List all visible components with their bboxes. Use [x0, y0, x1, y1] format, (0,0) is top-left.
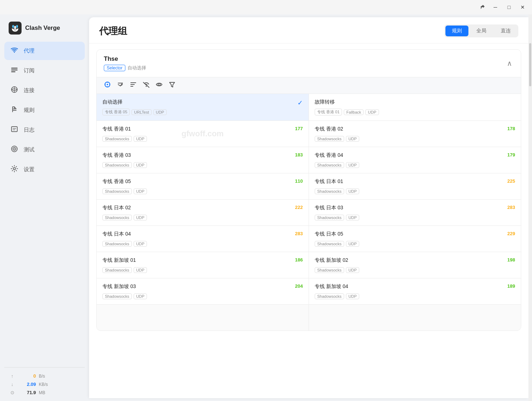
- proxy-item-top-jp02: 专线 日本 02 222: [102, 205, 303, 211]
- proxy-item-tags-auto: 专线 香港 05 URLTest UDP: [102, 109, 303, 115]
- sidebar-item-test[interactable]: 测试: [4, 141, 85, 159]
- close-button[interactable]: ✕: [516, 1, 529, 13]
- scrollbar-thumb[interactable]: [529, 43, 531, 86]
- proxy-tag-ss-jp01: Shadowsocks: [315, 188, 344, 194]
- proxy-latency-hk03: 183: [295, 152, 303, 158]
- proxy-item-auto-select[interactable]: 自动选择 ✓ 专线 香港 05 URLTest UDP: [97, 94, 309, 120]
- proxy-item-placeholder-right: [309, 305, 521, 331]
- group-collapse-button[interactable]: ∧: [505, 58, 514, 69]
- proxy-item-sg02[interactable]: 专线 新加坡 02 198 Shadowsocks UDP: [309, 252, 521, 278]
- proxy-latency-jp05: 229: [507, 231, 515, 236]
- proxy-name-jp01: 专线 日本 01: [315, 178, 343, 185]
- proxy-item-sg04[interactable]: 专线 新加坡 04 189 Shadowsocks UDP: [309, 278, 521, 304]
- proxy-tag-udp-hk01: UDP: [134, 136, 147, 142]
- maximize-button[interactable]: □: [503, 1, 515, 13]
- proxy-item-hk03[interactable]: 专线 香港 03 183 Shadowsocks UDP: [97, 147, 309, 173]
- proxy-subtitle-auto: 专线 香港 05: [102, 109, 130, 115]
- proxy-item-top-sg03: 专线 新加坡 03 204: [102, 283, 303, 290]
- settings-icon: [10, 165, 19, 174]
- proxy-tag-udp-hk05: UDP: [134, 188, 147, 194]
- tab-direct[interactable]: 直连: [494, 26, 517, 36]
- svg-point-8: [14, 52, 15, 53]
- subscriptions-icon: [10, 66, 19, 76]
- proxy-grid: 自动选择 ✓ 专线 香港 05 URLTest UDP 故障转移: [97, 94, 521, 304]
- proxy-latency-jp04: 283: [295, 231, 303, 236]
- group-header[interactable]: Thse Selector 自动选择 ∧: [97, 50, 521, 77]
- svg-point-6: [14, 28, 15, 29]
- page-title: 代理组: [99, 25, 127, 37]
- proxy-latency-jp01: 225: [507, 178, 515, 184]
- proxy-name-hk02: 专线 香港 02: [315, 126, 343, 132]
- proxy-item-top-failover: 故障转移: [315, 99, 515, 105]
- proxy-name-jp03: 专线 日本 03: [315, 205, 343, 211]
- proxy-item-jp01[interactable]: 专线 日本 01 225 Shadowsocks UDP: [309, 173, 521, 199]
- sidebar-item-proxy[interactable]: 代理: [4, 42, 85, 60]
- proxy-item-hk02[interactable]: 专线 香港 02 178 Shadowsocks UDP: [309, 121, 521, 147]
- scrollbar-track[interactable]: [528, 14, 532, 401]
- filter-eye-icon[interactable]: [156, 81, 163, 90]
- tab-global[interactable]: 全局: [470, 26, 493, 36]
- proxy-latency-jp03: 283: [507, 205, 515, 210]
- proxy-item-top-hk05: 专线 香港 05 110: [102, 178, 303, 185]
- proxy-tag-ss-jp05: Shadowsocks: [315, 241, 344, 247]
- proxy-name-sg03: 专线 新加坡 03: [102, 283, 136, 290]
- proxy-item-hk05[interactable]: 专线 香港 05 110 Shadowsocks UDP: [97, 173, 309, 199]
- filter-locate-icon[interactable]: [104, 81, 111, 90]
- sidebar-item-connections[interactable]: 连接: [4, 81, 85, 100]
- pin-button[interactable]: [477, 1, 488, 13]
- proxy-item-hk01[interactable]: 专线 香港 01 177 Shadowsocks UDP gfwoff.com: [97, 121, 309, 147]
- proxy-item-top-jp01: 专线 日本 01 225: [315, 178, 515, 185]
- proxy-item-jp02[interactable]: 专线 日本 02 222 Shadowsocks UDP: [97, 200, 309, 225]
- proxy-tag-ss-sg01: Shadowsocks: [102, 267, 132, 273]
- proxy-item-tags-jp01: Shadowsocks UDP: [315, 188, 515, 194]
- svg-point-20: [13, 168, 15, 170]
- proxy-tag-udp-sg01: UDP: [134, 267, 147, 273]
- proxy-tag-ss-jp03: Shadowsocks: [315, 215, 344, 220]
- proxy-item-tags-jp04: Shadowsocks UDP: [102, 241, 303, 247]
- proxy-item-failover[interactable]: 故障转移 专线 香港 01 Fallback UDP: [309, 94, 521, 120]
- proxy-item-top-hk03: 专线 香港 03 183: [102, 152, 303, 159]
- filter-sort-icon[interactable]: [130, 81, 137, 90]
- filter-no-wifi-icon[interactable]: [143, 81, 150, 90]
- app-body: Clash Verge 代理: [0, 14, 532, 401]
- proxy-item-tags-jp05: Shadowsocks UDP: [315, 241, 515, 247]
- selected-check-icon: ✓: [297, 99, 303, 107]
- proxy-item-tags-hk02: Shadowsocks UDP: [315, 136, 515, 142]
- sidebar-item-rules[interactable]: 规则: [4, 101, 85, 119]
- proxy-item-hk04[interactable]: 专线 香港 04 179 Shadowsocks UDP: [309, 147, 521, 173]
- proxy-latency-hk02: 178: [507, 126, 515, 131]
- proxy-tag-ss-hk01: Shadowsocks: [102, 136, 132, 142]
- minimize-button[interactable]: ─: [489, 1, 502, 13]
- sidebar-label-connections: 连接: [24, 87, 34, 94]
- proxy-tag-urltest: URLTest: [131, 109, 151, 115]
- proxy-latency-hk01: 177: [295, 126, 303, 131]
- svg-rect-9: [11, 68, 18, 69]
- svg-point-5: [16, 25, 18, 28]
- proxy-content: Thse Selector 自动选择 ∧: [89, 44, 528, 398]
- sidebar-item-subscriptions[interactable]: 订阅: [4, 61, 85, 80]
- upload-value: 0: [19, 373, 36, 379]
- proxy-item-jp03[interactable]: 专线 日本 03 283 Shadowsocks UDP: [309, 200, 521, 225]
- svg-rect-14: [11, 127, 17, 132]
- proxy-tag-udp-sg02: UDP: [346, 267, 359, 273]
- proxy-item-sg03[interactable]: 专线 新加坡 03 204 Shadowsocks UDP: [97, 278, 309, 304]
- proxy-latency-sg02: 198: [507, 257, 515, 263]
- proxy-item-sg01[interactable]: 专线 新加坡 01 186 Shadowsocks UDP: [97, 252, 309, 278]
- sidebar-item-logs[interactable]: 日志: [4, 121, 85, 139]
- memory-status: ⊙ 71.9 MB: [4, 388, 85, 397]
- memory-value: 71.9: [19, 390, 36, 395]
- svg-point-31: [146, 86, 147, 87]
- proxy-tag-ss-hk02: Shadowsocks: [315, 136, 344, 142]
- group-tag-selector: Selector: [104, 65, 125, 71]
- proxy-item-jp04[interactable]: 专线 日本 04 283 Shadowsocks UDP: [97, 226, 309, 252]
- filter-wifi-icon[interactable]: [117, 81, 124, 90]
- tab-rules[interactable]: 规则: [445, 26, 468, 36]
- sidebar-item-settings[interactable]: 设置: [4, 160, 85, 179]
- filter-funnel-icon[interactable]: [168, 81, 176, 90]
- proxy-item-tags-sg03: Shadowsocks UDP: [102, 293, 303, 299]
- proxy-item-top-sg01: 专线 新加坡 01 186: [102, 257, 303, 264]
- group-header-info: Thse Selector 自动选择: [104, 55, 146, 71]
- title-bar: ─ □ ✕: [0, 0, 532, 14]
- proxy-item-jp05[interactable]: 专线 日本 05 229 Shadowsocks UDP: [309, 226, 521, 252]
- svg-point-32: [158, 83, 160, 86]
